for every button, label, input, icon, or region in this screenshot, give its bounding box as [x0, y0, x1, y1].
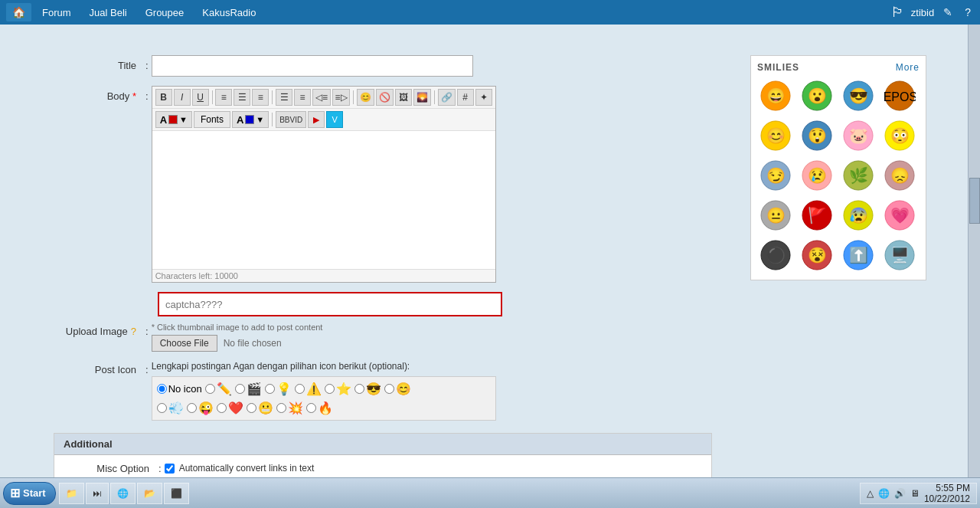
post-icon-star[interactable]: ⭐ — [325, 382, 351, 396]
choose-file-button[interactable]: Choose File — [152, 335, 217, 352]
italic-button[interactable]: I — [174, 89, 191, 106]
ban-button[interactable]: 🚫 — [376, 89, 394, 106]
smiley-button[interactable]: 😊 — [357, 89, 374, 106]
upload-help-icon[interactable]: ? — [131, 326, 136, 337]
align-right-button[interactable]: ≡ — [252, 89, 269, 106]
smiley-1[interactable]: 😄 — [757, 77, 794, 114]
taskbar-item-files[interactable]: 📂 — [137, 483, 162, 504]
smiley-12[interactable]: 😞 — [881, 157, 918, 194]
post-icon-grin[interactable]: 😬 — [247, 401, 273, 415]
bulb-radio[interactable] — [265, 384, 275, 394]
smiley-3[interactable]: 😎 — [840, 77, 877, 114]
taskbar-item-media[interactable]: ⏭ — [86, 483, 109, 504]
help-button[interactable]: ? — [962, 5, 974, 20]
editor-body[interactable] — [152, 131, 495, 269]
nav-jual-beli[interactable]: Jual Beli — [82, 4, 135, 21]
taskbar-item-explorer[interactable]: 📁 — [59, 483, 84, 504]
svg-text:😲: 😲 — [808, 126, 827, 145]
list-ol-button[interactable]: ≡ — [294, 89, 311, 106]
indent-less-button[interactable]: ◁≡ — [312, 89, 331, 106]
smiley-11[interactable]: 🌿 — [840, 157, 877, 194]
smiley-15[interactable]: 😰 — [840, 197, 877, 234]
heart-radio[interactable] — [217, 403, 227, 413]
post-icon-cool[interactable]: 😎 — [354, 382, 381, 396]
post-icon-heart[interactable]: ❤️ — [217, 401, 243, 415]
no-icon-radio[interactable] — [157, 384, 167, 394]
bold-button[interactable]: B — [155, 89, 172, 106]
image2-button[interactable]: 🌄 — [413, 89, 431, 106]
list-ul-button[interactable]: ☰ — [276, 89, 292, 106]
svg-text:😎: 😎 — [849, 87, 868, 105]
fonts-button[interactable]: Fonts — [194, 111, 230, 128]
nav-groupee[interactable]: Groupee — [138, 4, 192, 21]
scrollbar[interactable] — [968, 25, 980, 484]
post-icon-fire[interactable]: 🔥 — [306, 401, 333, 415]
smiley-14[interactable]: 🚩 — [799, 197, 835, 234]
post-icon-silly[interactable]: 😜 — [187, 401, 214, 415]
smilies-more-button[interactable]: More — [896, 62, 920, 73]
vimeo-button[interactable]: V — [326, 111, 343, 128]
smiley-8[interactable]: 😳 — [881, 117, 918, 154]
smiley-17[interactable]: ⚫ — [757, 237, 794, 274]
underline-button[interactable]: U — [192, 89, 209, 106]
hash-button[interactable]: # — [457, 89, 474, 106]
smiley-2[interactable]: 😮 — [799, 77, 835, 114]
post-icon-pen[interactable]: ✏️ — [205, 382, 232, 396]
happy-radio[interactable] — [384, 384, 394, 394]
smiley-20[interactable]: 🖥️ — [881, 237, 918, 274]
home-button[interactable]: 🏠 — [6, 3, 31, 21]
post-icon-warning[interactable]: ⚠️ — [295, 382, 322, 396]
film-radio[interactable] — [235, 384, 245, 394]
captcha-input[interactable] — [158, 292, 502, 316]
bulb-icon: 💡 — [276, 382, 292, 396]
post-icon-film[interactable]: 🎬 — [235, 382, 262, 396]
scroll-thumb[interactable] — [969, 178, 980, 224]
smiley-13[interactable]: 😐 — [757, 197, 794, 234]
smiley-4[interactable]: REPOST — [881, 77, 918, 114]
smiley-16[interactable]: 💗 — [881, 197, 918, 234]
taskbar-item-terminal[interactable]: ⬛ — [164, 483, 189, 504]
special-button[interactable]: ✦ — [475, 89, 492, 106]
body-label: Body * — [54, 86, 145, 102]
post-icon-wind[interactable]: 💨 — [157, 401, 184, 415]
cool-radio[interactable] — [354, 384, 364, 394]
youtube-button[interactable]: ▶ — [308, 111, 325, 128]
text-color-button[interactable]: A ▼ — [155, 111, 192, 128]
smiley-18[interactable]: 😵 — [799, 237, 835, 274]
fire-radio[interactable] — [306, 403, 316, 413]
flag-icon[interactable]: 🏳 — [891, 5, 905, 21]
auto-convert-checkbox[interactable] — [165, 464, 175, 474]
explosion-radio[interactable] — [276, 403, 286, 413]
font-color-button[interactable]: A ▼ — [232, 111, 269, 128]
silly-radio[interactable] — [187, 403, 197, 413]
pen-radio[interactable] — [205, 384, 215, 394]
post-icon-happy[interactable]: 😊 — [384, 382, 411, 396]
link-button[interactable]: 🔗 — [438, 89, 456, 106]
nav-forum[interactable]: Forum — [34, 4, 79, 21]
post-icon-explosion[interactable]: 💥 — [276, 401, 303, 415]
warning-radio[interactable] — [295, 384, 305, 394]
wind-radio[interactable] — [157, 403, 167, 413]
align-center-button[interactable]: ☰ — [234, 89, 250, 106]
grin-radio[interactable] — [247, 403, 256, 413]
smiley-9[interactable]: 😏 — [757, 157, 794, 194]
smiley-6[interactable]: 😲 — [799, 117, 835, 154]
title-input[interactable] — [152, 55, 473, 77]
indent-more-button[interactable]: ≡▷ — [332, 89, 351, 106]
warning-icon: ⚠️ — [306, 382, 322, 396]
no-icon-option[interactable]: No icon — [157, 383, 202, 395]
post-icon-bulb[interactable]: 💡 — [265, 382, 292, 396]
star-radio[interactable] — [325, 384, 335, 394]
image-button[interactable]: 🖼 — [395, 89, 412, 106]
edit-profile-button[interactable]: ✎ — [940, 5, 956, 20]
taskbar-item-chrome[interactable]: 🌐 — [110, 483, 136, 504]
smiley-5[interactable]: 😊 — [757, 117, 794, 154]
smiley-19[interactable]: ⬆️ — [840, 237, 877, 274]
align-left-button[interactable]: ≡ — [215, 89, 232, 106]
bbvid-button[interactable]: BBVID — [276, 111, 306, 128]
smiley-7[interactable]: 🐷 — [840, 117, 877, 154]
nav-kaskus-radio[interactable]: KakusRadio — [194, 4, 263, 21]
smiley-10[interactable]: 😢 — [799, 157, 835, 194]
start-button[interactable]: ⊞ Start — [3, 482, 56, 505]
svg-text:😏: 😏 — [766, 166, 786, 185]
